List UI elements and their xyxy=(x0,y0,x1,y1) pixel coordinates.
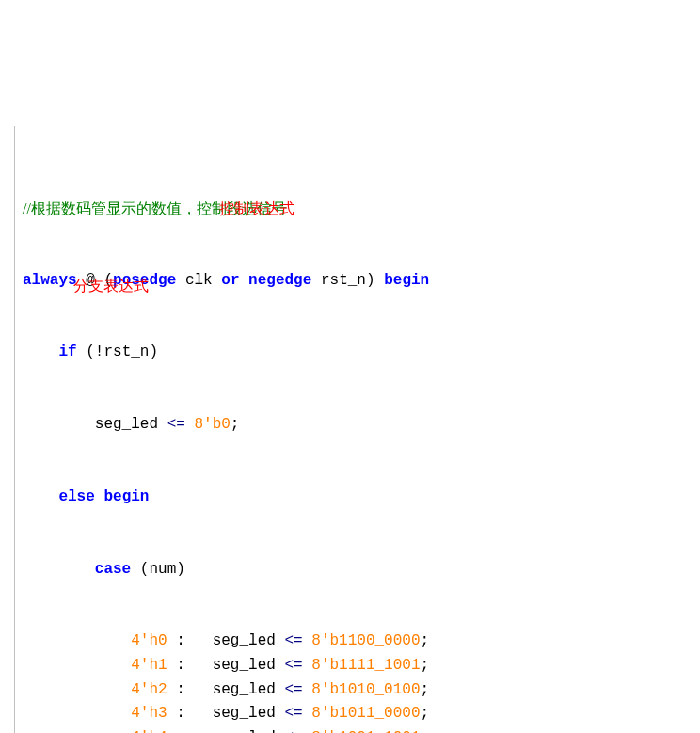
case-sel: 4'h0 xyxy=(131,632,167,649)
op-le: <= xyxy=(167,416,185,433)
annotation-branch-expr: 分支表达式 xyxy=(73,274,149,298)
case-sel: 4'h1 xyxy=(131,657,167,674)
annotation-control-expr: 控制表达式 xyxy=(219,197,294,221)
id-seg-led: seg_led xyxy=(213,705,276,722)
num-literal: 8'b0 xyxy=(194,416,230,433)
code-line: else begin xyxy=(23,486,692,510)
id-rstn: rst_n xyxy=(103,343,149,360)
kw-or: or xyxy=(221,272,239,289)
num-literal: 8'b1100_0000 xyxy=(311,632,420,649)
code-line: 4'h0 : seg_led <= 8'b1100_0000; xyxy=(23,629,692,654)
op-le: <= xyxy=(284,632,302,649)
kw-begin: begin xyxy=(384,272,429,289)
id-seg-led: seg_led xyxy=(95,416,158,433)
num-literal: 8'b1011_0000 xyxy=(311,705,420,722)
code-line: if (!rst_n) xyxy=(23,341,692,365)
code-line: //根据数码管显示的数值，控制段选信号 xyxy=(23,197,692,221)
code-line: case (num) xyxy=(23,558,692,582)
fold-guide-line xyxy=(14,126,15,733)
id-seg-led: seg_led xyxy=(213,657,276,674)
op-le: <= xyxy=(284,705,302,722)
case-sel: 4'h3 xyxy=(131,705,167,722)
id-seg-led: seg_led xyxy=(213,729,276,733)
num-literal: 8'b1111_1001 xyxy=(311,657,420,674)
code-line: 4'h1 : seg_led <= 8'b1111_1001; xyxy=(23,654,692,678)
op-le: <= xyxy=(284,729,302,733)
kw-negedge: negedge xyxy=(248,272,311,289)
code-line: 4'h3 : seg_led <= 8'b1011_0000; xyxy=(23,702,692,726)
id-rstn: rst_n xyxy=(321,272,366,289)
code-line: seg_led <= 8'b0; xyxy=(23,413,692,438)
case-list: 4'h0 : seg_led <= 8'b1100_0000; 4'h1 : s… xyxy=(23,629,692,733)
num-literal: 8'b1010_0100 xyxy=(311,681,420,698)
kw-case: case xyxy=(95,561,131,578)
op-le: <= xyxy=(284,681,302,698)
kw-always: always xyxy=(23,272,77,289)
id-seg-led: seg_led xyxy=(213,681,276,698)
id-num: num xyxy=(149,561,176,578)
op-le: <= xyxy=(284,657,302,674)
code-block: //根据数码管显示的数值，控制段选信号 always @ (posedge cl… xyxy=(8,100,692,733)
num-literal: 8'b1001_1001 xyxy=(311,729,420,733)
kw-begin: begin xyxy=(103,488,149,505)
id-seg-led: seg_led xyxy=(213,632,276,649)
case-sel: 4'h4 xyxy=(131,729,167,733)
kw-else: else xyxy=(58,488,94,505)
kw-if: if xyxy=(58,343,76,360)
id-clk: clk xyxy=(185,272,213,289)
code-line: 4'h2 : seg_led <= 8'b1010_0100; xyxy=(23,678,692,703)
code-line: 4'h4 : seg_led <= 8'b1001_1001; xyxy=(23,726,692,733)
case-sel: 4'h2 xyxy=(131,681,167,698)
